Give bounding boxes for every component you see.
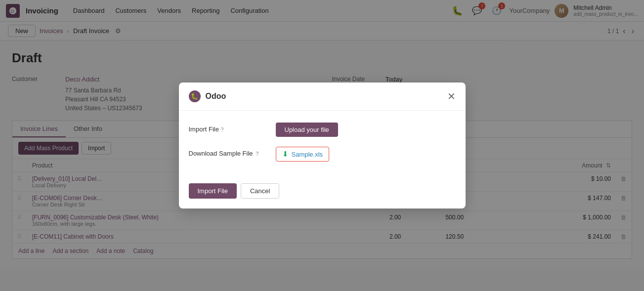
modal-footer: Import File Cancel: [179, 183, 466, 208]
upload-file-button[interactable]: Upload your file: [276, 123, 338, 137]
import-file-label: Import File ?: [189, 123, 268, 133]
cancel-button[interactable]: Cancel: [241, 183, 279, 199]
import-file-button[interactable]: Import File: [189, 183, 237, 199]
modal-body: Import File ? Upload your file Download …: [179, 111, 466, 183]
close-button[interactable]: ✕: [447, 91, 456, 101]
download-sample-row: Download Sample File ? ⬇ Sample.xls: [189, 147, 456, 162]
import-help-icon[interactable]: ?: [221, 126, 224, 132]
sample-file-link[interactable]: ⬇ Sample.xls: [276, 147, 330, 162]
import-file-modal: 🐛 Odoo ✕ Import File ? Upload your file …: [179, 83, 466, 208]
modal-title: Odoo: [206, 92, 226, 101]
download-help-icon[interactable]: ?: [256, 151, 258, 157]
modal-overlay: 🐛 Odoo ✕ Import File ? Upload your file …: [0, 0, 644, 269]
import-file-row: Import File ? Upload your file: [189, 123, 456, 137]
modal-header: 🐛 Odoo ✕: [179, 83, 466, 111]
download-sample-label: Download Sample File ?: [189, 147, 268, 157]
download-icon: ⬇: [282, 150, 289, 159]
odoo-bug-icon: 🐛: [189, 90, 201, 102]
